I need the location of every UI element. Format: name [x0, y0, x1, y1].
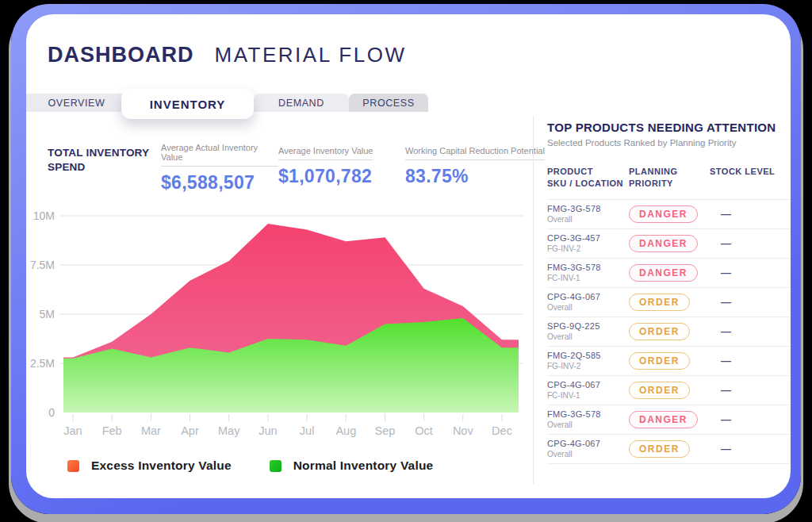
table-row: FMG-2Q-585FG-INV-2ORDER— — [547, 347, 791, 376]
product-sku: FMG-3G-578 — [547, 204, 629, 213]
legend-item[interactable]: Excess Inventory Value — [67, 459, 232, 473]
svg-text:Dec: Dec — [492, 424, 512, 437]
stock-level-value: — — [710, 443, 791, 455]
product-sku: FMG-3G-578 — [547, 409, 629, 419]
svg-text:5M: 5M — [40, 308, 55, 320]
svg-text:2.5M: 2.5M — [30, 357, 55, 370]
svg-text:Mar: Mar — [141, 424, 161, 437]
priority-badge: ORDER — [629, 440, 690, 458]
dashboard-screenshot: DASHBOARD MATERIAL FLOW OVERVIEWINVENTOR… — [0, 0, 812, 522]
kpi-label: Working Capital Reduction Potential — [405, 146, 545, 160]
priority-badge: DANGER — [629, 235, 698, 252]
product-sku-cell: FMG-3G-578Overall — [547, 409, 629, 429]
panel-title: TOP PRODUCTS NEEDING ATTENTION — [547, 121, 791, 134]
panel-subtitle: Selected Products Ranked by Planning Pri… — [547, 138, 791, 148]
priority-badge: ORDER — [629, 323, 690, 340]
product-sku-cell: CPG-4G-067Overall — [547, 292, 629, 312]
priority-cell: DANGER — [629, 264, 710, 282]
product-location: Overall — [547, 332, 629, 341]
table-row: FMG-3G-578FC-INV-1DANGER— — [547, 259, 791, 288]
kpi-label: Average Inventory Value — [278, 146, 373, 160]
product-sku: SPG-9Q-225 — [547, 321, 629, 331]
legend-label: Normal Inventory Value — [293, 459, 434, 473]
tab-demand[interactable]: DEMAND — [254, 94, 349, 112]
legend-label: Excess Inventory Value — [91, 459, 232, 473]
svg-text:10M: 10M — [33, 209, 55, 222]
priority-cell: ORDER — [629, 382, 710, 399]
kpi-value: 83.75% — [405, 166, 545, 187]
product-location: FC-INV-1 — [547, 391, 629, 400]
product-sku: CPG-3G-457 — [547, 233, 629, 243]
priority-badge: DANGER — [629, 205, 698, 223]
priority-cell: DANGER — [629, 235, 710, 252]
priority-cell: ORDER — [629, 323, 710, 340]
priority-cell: DANGER — [629, 205, 710, 223]
stock-level-value: — — [710, 325, 791, 337]
priority-badge: DANGER — [629, 264, 698, 282]
product-sku-cell: FMG-3G-578FC-INV-1 — [547, 263, 629, 282]
priority-cell: DANGER — [629, 411, 710, 428]
stock-level-value: — — [710, 208, 791, 220]
product-location: Overall — [547, 450, 629, 459]
kpi-card: Working Capital Reduction Potential83.75… — [405, 143, 545, 194]
table-row: FMG-3G-578OverallDANGER— — [547, 405, 791, 435]
stacked-area-chart-svg[interactable]: 02.5M5M7.5M10MJanFebMarAprMayJunJulAugSe… — [26, 205, 550, 451]
product-location: Overall — [547, 303, 629, 312]
product-sku: FMG-2Q-585 — [547, 351, 629, 360]
inventory-area-chart[interactable]: 02.5M5M7.5M10MJanFebMarAprMayJunJulAugSe… — [26, 205, 550, 451]
product-sku-cell: CPG-4G-067Overall — [547, 439, 629, 459]
priority-badge: ORDER — [629, 294, 690, 311]
product-sku-cell: CPG-3G-457FG-INV-2 — [547, 233, 629, 253]
priority-badge: ORDER — [629, 352, 690, 370]
product-location: FG-INV-2 — [547, 244, 629, 253]
legend-swatch-icon — [67, 460, 79, 472]
tab-process[interactable]: PROCESS — [349, 94, 428, 112]
table-row: CPG-4G-067FC-INV-1ORDER— — [547, 376, 791, 405]
kpi-card: Average Inventory Value$1,070,782 — [278, 143, 405, 194]
product-sku: CPG-4G-067 — [547, 380, 629, 390]
chart-legend: Excess Inventory ValueNormal Inventory V… — [67, 459, 433, 473]
app-header: DASHBOARD MATERIAL FLOW — [48, 43, 406, 67]
stock-level-value: — — [710, 384, 791, 396]
product-location: FG-INV-2 — [547, 362, 629, 370]
tab-bar: OVERVIEWINVENTORYDEMANDPROCESS — [26, 89, 550, 121]
page-title: DASHBOARD — [48, 43, 194, 67]
dashboard-card: DASHBOARD MATERIAL FLOW OVERVIEWINVENTOR… — [26, 14, 791, 498]
svg-text:7.5M: 7.5M — [30, 259, 55, 271]
table-header-row: PRODUCTSKU / LOCATIONPLANNINGPRIORITYSTO… — [547, 166, 791, 199]
product-sku: CPG-4G-067 — [547, 439, 629, 448]
column-header: PRODUCTSKU / LOCATION — [547, 166, 629, 190]
svg-text:0: 0 — [48, 406, 55, 419]
table-row: CPG-4G-067OverallORDER— — [547, 435, 791, 464]
kpi-label: Average Actual Inventory Value — [161, 143, 278, 167]
table-row: SPG-9Q-225OverallORDER— — [547, 317, 791, 347]
product-sku-cell: SPG-9Q-225Overall — [547, 321, 629, 341]
table-row: CPG-4G-067OverallORDER— — [547, 288, 791, 317]
product-location: Overall — [547, 215, 629, 224]
attention-panel: TOP PRODUCTS NEEDING ATTENTION Selected … — [547, 121, 791, 464]
tab-inventory[interactable]: INVENTORY — [121, 89, 254, 119]
vertical-divider — [533, 116, 534, 484]
tab-overview[interactable]: OVERVIEW — [26, 94, 127, 112]
legend-item[interactable]: Normal Inventory Value — [270, 459, 434, 473]
svg-text:Oct: Oct — [415, 424, 433, 437]
kpi-list: Average Actual Inventory Value$6,588,507… — [161, 143, 545, 194]
svg-text:Jul: Jul — [300, 424, 315, 437]
column-header: PLANNINGPRIORITY — [629, 166, 710, 190]
stock-level-value: — — [710, 237, 791, 249]
priority-badge: ORDER — [629, 382, 690, 399]
product-location: Overall — [547, 420, 629, 429]
stock-level-value: — — [710, 296, 791, 308]
page-subtitle: MATERIAL FLOW — [215, 43, 407, 67]
stock-level-value: — — [710, 413, 791, 425]
kpi-card: Average Actual Inventory Value$6,588,507 — [161, 143, 278, 194]
product-sku: FMG-3G-578 — [547, 263, 629, 272]
product-sku-cell: FMG-3G-578Overall — [547, 204, 629, 224]
kpi-value: $6,588,507 — [161, 172, 278, 194]
svg-text:Nov: Nov — [453, 424, 474, 437]
priority-cell: ORDER — [629, 440, 710, 458]
product-sku: CPG-4G-067 — [547, 292, 629, 301]
kpi-value: $1,070,782 — [278, 166, 405, 187]
table-body: FMG-3G-578OverallDANGER—CPG-3G-457FG-INV… — [547, 199, 791, 464]
product-sku-cell: FMG-2Q-585FG-INV-2 — [547, 351, 629, 370]
